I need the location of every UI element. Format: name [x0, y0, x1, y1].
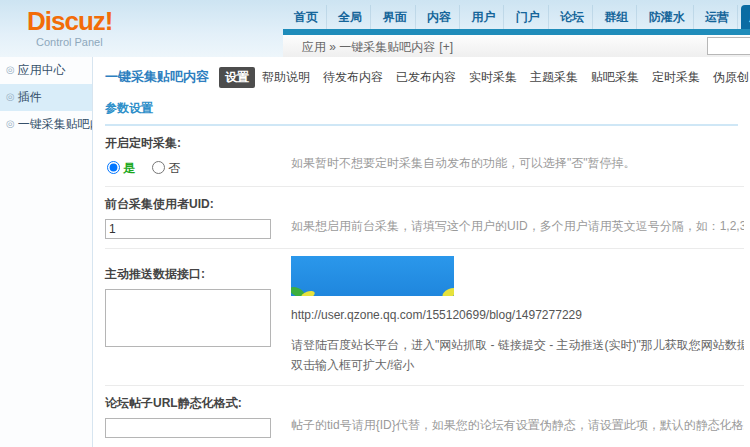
timed-no-label[interactable]: 否 — [168, 161, 180, 175]
tab-tieba-collect[interactable]: 贴吧采集 — [585, 67, 645, 88]
front-uid-help: 如果想启用前台采集，请填写这个用户的UID，多个用户请用英文逗号分隔，如：1,2… — [291, 218, 744, 239]
push-api-example-url: http://user.qzone.qq.com/155120699/blog/… — [291, 308, 744, 322]
tab-scheduled-collect[interactable]: 定时采集 — [646, 67, 706, 88]
top-nav: 首页 全局 界面 内容 用户 门户 论坛 群组 防灌水 运营 应用 工具 站长 … — [286, 5, 750, 29]
timed-no-radio[interactable] — [152, 161, 165, 174]
nav-item-interface[interactable]: 界面 — [375, 5, 416, 29]
timed-collection-help: 如果暂时不想要定时采集自动发布的功能，可以选择"否"暂停掉。 — [291, 155, 744, 177]
bullet-icon: ◎ — [6, 118, 15, 129]
tab-pending-content[interactable]: 待发布内容 — [317, 67, 389, 88]
sidebar-item-label: 插件 — [18, 90, 42, 104]
breadcrumb-add-button[interactable]: [+] — [439, 40, 453, 54]
sidebar-item-label: 一键采集贴吧内容 — [18, 117, 92, 131]
push-api-textarea[interactable] — [105, 289, 271, 347]
discuz-admin-screen: Discuz! Control Panel 首页 全局 界面 内容 用户 门户 … — [0, 0, 750, 447]
push-api-label: 主动推送数据接口: — [105, 256, 291, 289]
timed-yes-label[interactable]: 是 — [123, 161, 135, 175]
tab-realtime-collect[interactable]: 实时采集 — [463, 67, 523, 88]
settings-form: 开启定时采集: 是 否 如果暂时不想要定时采集自动发布的功能，可以选择"否"暂停… — [105, 126, 744, 447]
push-api-help: 请登陆百度站长平台，进入"网站抓取 - 链接提交 - 主动推送(实时)"那儿获取… — [291, 336, 744, 376]
logo-subtitle: Control Panel — [36, 36, 103, 48]
nav-item-users[interactable]: 用户 — [463, 5, 504, 29]
thread-url-label: 论坛帖子URL静态化格式: — [105, 393, 291, 418]
header: Discuz! Control Panel 首页 全局 界面 内容 用户 门户 … — [0, 0, 750, 57]
qzone-banner-image — [291, 256, 454, 296]
nav-item-apps-active[interactable]: 应用 — [741, 5, 750, 29]
breadcrumb-text: 应用 » 一键采集贴吧内容 — [302, 40, 435, 54]
form-row-timed-collection: 开启定时采集: 是 否 如果暂时不想要定时采集自动发布的功能，可以选择"否"暂停… — [105, 126, 744, 187]
form-row-thread-url: 论坛帖子URL静态化格式: 帖子的tid号请用{ID}代替，如果您的论坛有设置伪… — [105, 386, 744, 447]
bullet-icon: ◎ — [6, 64, 15, 75]
nav-item-operation[interactable]: 运营 — [697, 5, 738, 29]
nav-item-home[interactable]: 首页 — [286, 5, 327, 29]
tab-published-content[interactable]: 已发布内容 — [390, 67, 462, 88]
admin-search-input[interactable] — [707, 37, 750, 55]
tab-help[interactable]: 帮助说明 — [256, 67, 316, 88]
breadcrumb-bar: 应用 » 一键采集贴吧内容[+] — [283, 35, 750, 58]
front-uid-input[interactable] — [105, 219, 271, 239]
discuz-logo: Discuz! — [27, 6, 112, 37]
tab-topic-collect[interactable]: 主题采集 — [524, 67, 584, 88]
sidebar-item-app-center[interactable]: ◎应用中心 — [0, 57, 92, 84]
timed-yes-radio[interactable] — [107, 161, 120, 174]
sidebar-item-label: 应用中心 — [18, 63, 66, 77]
page-title: 一键采集贴吧内容 — [105, 68, 209, 86]
tab-pseudo-original[interactable]: 伪原创 — [707, 67, 750, 88]
plugin-tabs-row: 一键采集贴吧内容设置帮助说明待发布内容已发布内容实时采集主题采集贴吧采集定时采集… — [93, 57, 750, 88]
form-row-push-api: 主动推送数据接口: — [105, 249, 744, 386]
nav-item-antispam[interactable]: 防灌水 — [641, 5, 694, 29]
thread-url-help: 帖子的tid号请用{ID}代替，如果您的论坛有设置伪静态，请设置此项，默认的静态… — [291, 417, 744, 438]
sidebar-item-plugins[interactable]: ◎插件 — [0, 84, 92, 111]
sidebar-item-tieba-collector[interactable]: ◎一键采集贴吧内容 — [0, 111, 92, 138]
thread-url-input[interactable] — [105, 418, 271, 438]
sidebar: ◎应用中心 ◎插件 ◎一键采集贴吧内容 — [0, 57, 93, 447]
form-row-front-uid: 前台采集使用者UID: 如果想启用前台采集，请填写这个用户的UID，多个用户请用… — [105, 187, 744, 249]
nav-item-content[interactable]: 内容 — [419, 5, 460, 29]
bullet-icon: ◎ — [6, 91, 15, 102]
nav-item-groups[interactable]: 群组 — [596, 5, 637, 29]
main-panel: 一键采集贴吧内容设置帮助说明待发布内容已发布内容实时采集主题采集贴吧采集定时采集… — [93, 57, 750, 447]
front-uid-label: 前台采集使用者UID: — [105, 194, 291, 219]
tab-settings[interactable]: 设置 — [219, 67, 255, 88]
breadcrumb: 应用 » 一键采集贴吧内容[+] — [302, 39, 453, 56]
push-api-help-line2: 双击输入框可扩大/缩小 — [291, 356, 744, 376]
push-api-help-line1: 请登陆百度站长平台，进入"网站抓取 - 链接提交 - 主动推送(实时)"那儿获取… — [291, 336, 744, 356]
timed-collection-label: 开启定时采集: — [105, 133, 291, 158]
section-title-params: 参数设置 — [105, 100, 738, 126]
nav-item-portal[interactable]: 门户 — [508, 5, 549, 29]
nav-item-forum[interactable]: 论坛 — [552, 5, 593, 29]
nav-item-global[interactable]: 全局 — [330, 5, 371, 29]
